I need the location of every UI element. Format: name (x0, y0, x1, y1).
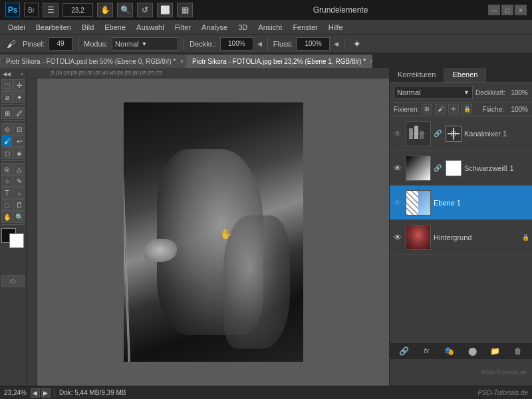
layer-hintergrund[interactable]: 👁 Hintergrund 🔒 (390, 220, 532, 255)
tools-collapse-icon[interactable]: ◀◀ (3, 71, 11, 77)
brush-label: Pinsel: (23, 40, 45, 48)
move-tool[interactable]: ✛ (13, 79, 25, 91)
menu-datei[interactable]: Datei (3, 22, 31, 33)
link-layers-button[interactable]: 🔗 (397, 344, 410, 358)
menu-ansicht[interactable]: Ansicht (253, 22, 287, 33)
selection-marquee-tool[interactable]: ⬚ (1, 79, 13, 91)
svg-rect-1 (414, 126, 418, 139)
tab-jpg-close[interactable]: × (370, 58, 372, 65)
layer-ebene1[interactable]: 👁 Ebene 1 (390, 186, 532, 220)
patch-tool[interactable]: ⊡ (13, 123, 25, 135)
add-mask-button[interactable]: 🎭 (443, 344, 456, 358)
healing-brush-tool[interactable]: ⊙ (1, 123, 13, 135)
selection-tools-row: ⬚ ✛ (1, 79, 25, 91)
fluss-arrow[interactable]: ◀ (334, 41, 338, 47)
sharpen-tool[interactable]: △ (13, 163, 25, 175)
opacity-value[interactable]: 100% (508, 89, 528, 96)
fix-paint-icon[interactable]: 🖌 (435, 104, 446, 114)
hand-tool-icon[interactable]: ✋ (97, 3, 113, 17)
blend-mode-arrow: ▼ (464, 89, 469, 96)
modus-dropdown[interactable]: Normal ▼ (112, 37, 178, 51)
magic-wand-tool[interactable]: ✦ (13, 91, 25, 103)
view-options-icon[interactable]: ▦ (177, 3, 193, 17)
brush-tool[interactable]: 🖌 (1, 135, 13, 147)
modus-value: Normal (115, 40, 138, 48)
status-prev-button[interactable]: ◀ (31, 388, 40, 398)
brush-size-input[interactable]: 49 (49, 37, 72, 51)
deckkraft-input[interactable]: 100% (220, 37, 253, 51)
zoom-tool-icon[interactable]: 🔍 (117, 3, 133, 17)
pen-tool[interactable]: ✎ (13, 175, 25, 187)
text-tool[interactable]: T (1, 187, 13, 199)
menu-analyse[interactable]: Analyse (196, 22, 233, 33)
add-adjustment-button[interactable]: ⬤ (466, 344, 479, 358)
hand-tool[interactable]: ✋ (1, 211, 13, 223)
minimize-button[interactable]: — (488, 5, 500, 15)
blur-tools-row: ◎ △ (1, 163, 25, 175)
fill-tool[interactable]: ◈ (13, 147, 25, 159)
menu-bild[interactable]: Bild (76, 22, 99, 33)
deckkraft-arrow[interactable]: ◀ (257, 41, 262, 47)
delete-layer-button[interactable]: 🗑 (511, 344, 525, 358)
screen-mode-icon[interactable]: ⬜ (157, 3, 173, 17)
close-button[interactable]: × (515, 5, 527, 15)
bridge-button[interactable]: Br (24, 3, 39, 17)
menu-3d[interactable]: 3D (233, 22, 253, 33)
layers-fixieren-row: Fixieren: ⊞ 🖌 ✛ 🔒 Fläche: 100% (390, 102, 532, 116)
canvas-image[interactable] (37, 78, 389, 386)
background-color[interactable] (9, 233, 24, 248)
rotate-icon[interactable]: ↺ (137, 3, 153, 17)
history-brush-tool[interactable]: ↩ (13, 135, 25, 147)
menu-fenster[interactable]: Fenster (287, 22, 323, 33)
document-tabs: Piotr Sikora - FOTOLIA.psd bei 50% (Eben… (0, 53, 532, 68)
brush-tool-icon[interactable]: 🖌 (4, 37, 19, 51)
blur-tool[interactable]: ◎ (1, 163, 13, 175)
eyedropper-tool[interactable]: 🖉 (13, 107, 25, 119)
crop-tool[interactable]: ⊞ (1, 107, 13, 119)
titlebar: Ps Br ☰ 23,2 ✋ 🔍 ↺ ⬜ ▦ Grundelemente — □… (0, 0, 532, 20)
airbrush-icon[interactable]: ✦ (350, 37, 364, 51)
zoom-tool[interactable]: 🔍 (13, 211, 25, 223)
modus-dropdown-arrow: ▼ (142, 41, 148, 47)
maximize-button[interactable]: □ (501, 5, 513, 15)
flaeche-value[interactable]: 100% (508, 106, 528, 113)
deckkraft-label: Deckkr.: (190, 40, 216, 48)
shape-tool[interactable]: □ (1, 199, 13, 211)
layer-ebene1-visibility[interactable]: 👁 (392, 198, 403, 208)
tab-psd-close[interactable]: × (180, 58, 184, 65)
menu-auswahl[interactable]: Auswahl (131, 22, 170, 33)
layer-kanalmixer-visibility[interactable]: 👁 (392, 128, 403, 139)
tab-psd[interactable]: Piotr Sikora - FOTOLIA.psd bei 50% (Eben… (0, 55, 186, 68)
fx-button[interactable]: fx (420, 344, 433, 358)
path-select-tool[interactable]: ⬦ (13, 187, 25, 199)
tab-korrekturen[interactable]: Korrekturen (390, 68, 444, 82)
fix-move-icon[interactable]: ✛ (448, 104, 459, 114)
layer-hintergrund-visibility[interactable]: 👁 (392, 232, 403, 243)
fix-position-icon[interactable]: ⊞ (422, 104, 432, 114)
menu-bearbeiten[interactable]: Bearbeiten (31, 22, 76, 33)
lasso-tool[interactable]: ⌀ (1, 91, 13, 103)
ellipse-shape-tool[interactable]: ⬭ (1, 275, 25, 287)
dodge-tool[interactable]: ○ (1, 175, 13, 187)
notes-tool[interactable]: 🗒 (13, 199, 25, 211)
menu-ebene[interactable]: Ebene (99, 22, 131, 33)
menu-hilfe[interactable]: Hilfe (323, 22, 348, 33)
tab-jpg[interactable]: Piotr Sikora - FOTOLIA.jpg bei 23,2% (Eb… (186, 55, 372, 68)
workspace-icon[interactable]: ☰ (43, 3, 59, 17)
separator-1 (78, 38, 78, 50)
status-next-button[interactable]: ▶ (41, 388, 51, 398)
layer-kanalmixer[interactable]: 👁 🔗 (390, 116, 532, 151)
layer-kanalmixer-mask (446, 126, 462, 142)
layers-bottom-toolbar: 🔗 fx 🎭 ⬤ 📁 🗑 (390, 342, 532, 359)
fix-all-icon[interactable]: 🔒 (462, 104, 472, 114)
layer-schwarzweiss[interactable]: 👁 🔗 Schwarzweiß 1 (390, 151, 532, 186)
blend-mode-dropdown[interactable]: Normal ▼ (394, 86, 473, 99)
layer-schwarzweiss-visibility[interactable]: 👁 (392, 163, 403, 174)
new-group-button[interactable]: 📁 (488, 344, 501, 358)
eraser-tool[interactable]: ◻ (1, 147, 13, 159)
fluss-input[interactable]: 100% (297, 37, 330, 51)
tools-close-icon[interactable]: × (20, 71, 23, 77)
tab-ebenen[interactable]: Ebenen (444, 68, 486, 82)
color-swatches[interactable] (1, 228, 25, 251)
menu-filter[interactable]: Filter (170, 22, 196, 33)
